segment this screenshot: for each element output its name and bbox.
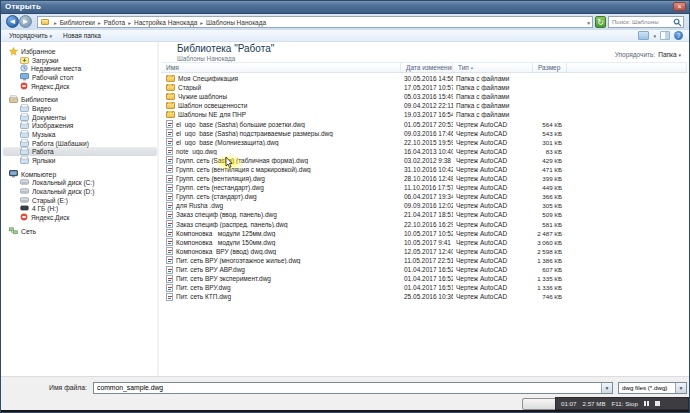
file-name: Пит. сеть ВРУ.dwg (176, 284, 231, 291)
views-dropdown-icon[interactable]: ▾ (653, 33, 656, 39)
file-type: Папка с файлами (453, 102, 533, 109)
sidebar-item[interactable]: Рабочий стол (3, 73, 157, 82)
file-row[interactable]: Пит. сеть ВРУ эксперимент.dwg01.04.2017 … (161, 274, 687, 283)
file-date: 10.05.2017 10:52 (401, 230, 453, 237)
change-view-button[interactable] (638, 31, 649, 40)
star-icon (9, 47, 18, 57)
filetype-select[interactable]: dwg files (*.dwg) ▼ (618, 382, 687, 394)
column-header-1[interactable]: Дата изменения (401, 63, 453, 72)
dwg-file-icon (166, 256, 173, 264)
sidebar-item[interactable]: Яндекс.Диск (3, 82, 157, 91)
breadcrumb[interactable]: ▸Библиотеки▸Работа▸Настройка Нанокада▸Ша… (37, 16, 593, 28)
file-row[interactable]: el_ugo_base (Молниезащита).dwg22.10.2015… (161, 138, 687, 147)
file-row[interactable]: Заказ специф (ввод. панель).dwg21.04.201… (161, 210, 687, 219)
breadcrumb-segment[interactable]: Настройка Нанокада (134, 19, 197, 26)
column-header-0[interactable]: Имя (161, 63, 401, 72)
sidebar-section-Библиотеки[interactable]: Библиотеки (3, 95, 157, 104)
sidebar-item[interactable]: Работа (3, 147, 157, 156)
dwg-file-icon (166, 193, 173, 201)
file-row[interactable]: Пит. сеть КТП.dwg25.05.2016 10:36Чертеж … (161, 292, 687, 301)
sidebar-item[interactable]: Музыка (3, 130, 157, 139)
file-row[interactable]: Шаблон освещенности09.04.2012 22:11Папка… (161, 101, 687, 110)
filetype-dropdown-icon[interactable]: ▼ (675, 383, 686, 393)
file-type: Чертеж AutoCAD (453, 211, 533, 218)
file-row[interactable]: Групп. сеть (вентиляция с маркировкой).d… (161, 165, 687, 174)
file-row[interactable]: для Rusha .dwg09.09.2016 12:02Чертеж Aut… (161, 201, 687, 210)
sidebar-section-Сеть[interactable]: Сеть (3, 227, 157, 236)
file-row[interactable]: Пит. сеть ВРУ АВР.dwg01.04.2017 16:52Чер… (161, 265, 687, 274)
file-row[interactable]: el_ugo_base (Sasha) большие розетки.dwg0… (161, 119, 687, 128)
file-row[interactable]: Компоновка_ модули 125мм.dwg10.05.2017 1… (161, 229, 687, 238)
forward-button[interactable]: ► (19, 15, 32, 28)
sidebar-item[interactable]: Ярлыки (3, 156, 157, 165)
file-row[interactable]: Компоновка_ВРУ (ввод) dwg.dwg12.05.2017 … (161, 247, 687, 256)
sidebar-item-label: Работа (32, 148, 54, 155)
breadcrumb-segment[interactable]: Шаблоны Нанокада (206, 19, 266, 26)
pane-splitter[interactable] (157, 42, 159, 376)
pause-icon[interactable] (644, 401, 649, 406)
sidebar-item[interactable]: Видео (3, 104, 157, 113)
sidebar-item[interactable]: Локальный диск (C:) (3, 179, 157, 188)
sidebar-item[interactable]: Работа (Шабашки) (3, 139, 157, 148)
file-date: 01.04.2017 16:52 (401, 275, 453, 282)
file-row[interactable]: Заказ специф (распред. панель).dwg22.10.… (161, 220, 687, 229)
sidebar-item-label: Яндекс.Диск (31, 83, 69, 90)
file-row[interactable]: Групп. сеть (нестандарт).dwg11.10.2016 1… (161, 183, 687, 192)
column-header-3[interactable]: Размер (533, 63, 567, 72)
file-row[interactable]: Групп. сеть (стандарт).dwg06.04.2017 19:… (161, 192, 687, 201)
file-row[interactable]: el_ugo_base (Sasha) подстраиваемые разме… (161, 129, 687, 138)
file-row[interactable]: Старый17.05.2017 10:57Папка с файлами (161, 83, 687, 92)
refresh-button[interactable]: ↻ (595, 16, 606, 28)
sidebar-item[interactable]: Яндекс.Диск (3, 213, 157, 222)
sidebar-section-Избранное[interactable]: Избранное (3, 47, 157, 56)
file-row[interactable]: Чужие шаблоны05.03.2016 15:49Папка с фай… (161, 92, 687, 101)
close-icon[interactable]: × (673, 2, 686, 11)
file-name: el_ugo_base (Sasha) подстраиваемые разме… (176, 130, 333, 137)
dwg-file-icon (166, 275, 173, 283)
preview-pane-button[interactable] (660, 31, 670, 40)
dwg-file-icon (166, 229, 173, 237)
new-folder-button[interactable]: Новая папка (63, 32, 101, 39)
sidebar-item-label: Изображения (32, 122, 73, 129)
arrange-by-control[interactable]: Упорядочить:Папка ▾ (615, 51, 681, 58)
help-icon[interactable]: ? (674, 31, 683, 40)
address-bar-row: ◄ ► ▸Библиотеки▸Работа▸Настройка Нанокад… (1, 14, 689, 30)
file-row[interactable]: Групп. сеть (вентиляция).dwg28.10.2016 1… (161, 174, 687, 183)
filename-dropdown-icon[interactable]: ▼ (601, 383, 612, 393)
file-row[interactable]: Шаблоны NE для ПНР19.03.2017 16:54Папка … (161, 110, 687, 119)
sidebar-item[interactable]: Старый (E:) (3, 196, 157, 205)
column-header-2[interactable]: Тип▴ (453, 63, 533, 72)
dwg-file-icon (166, 293, 173, 301)
breadcrumb-segment[interactable]: Работа (104, 19, 125, 26)
sidebar-item[interactable]: Документы (3, 113, 157, 122)
file-row[interactable]: note_ugo.dwg16.04.2013 10:40Чертеж AutoC… (161, 147, 687, 156)
folder-icon (41, 19, 49, 25)
file-type: Чертеж AutoCAD (453, 239, 533, 246)
back-button[interactable]: ◄ (6, 15, 19, 28)
titlebar: Открыть × (1, 1, 689, 14)
dwg-file-icon (166, 156, 173, 164)
organize-menu-button[interactable]: Упорядочить ▾ (9, 32, 52, 39)
file-size: 564 КБ (533, 121, 567, 128)
file-row[interactable]: Пит. сеть ВРУ.dwg01.04.2017 16:51Чертеж … (161, 283, 687, 292)
file-size: 429 КБ (533, 157, 567, 164)
file-row[interactable]: Моя Спецификация30.05.2016 14:56Папка с … (161, 74, 687, 83)
filename-label: Имя файла: (49, 384, 87, 391)
sidebar-item[interactable]: 4 ГБ (H:) (3, 204, 157, 213)
file-row[interactable]: Компоновка_ модули 150мм.dwg10.05.2017 9… (161, 238, 687, 247)
sidebar-item[interactable]: Изображения (3, 122, 157, 131)
filename-input[interactable]: common_sample.dwg ▼ (93, 382, 613, 394)
search-input[interactable]: Поиск: Шаблоны Нанокада (608, 16, 684, 28)
file-name: Моя Спецификация (178, 75, 238, 82)
breadcrumb-separator-icon: ▸ (200, 20, 203, 26)
sidebar-section-Компьютер[interactable]: Компьютер (3, 170, 157, 179)
file-row[interactable]: Пит. сеть ВРУ (многоэтажное жилье).dwg11… (161, 256, 687, 265)
stop-icon[interactable] (655, 401, 660, 406)
sidebar-item[interactable]: Локальный диск (D:) (3, 187, 157, 196)
breadcrumb-dropdown-icon[interactable]: ▾ (587, 17, 590, 28)
sidebar-item[interactable]: Загрузки (3, 56, 157, 65)
file-date: 09.09.2016 12:02 (401, 202, 453, 209)
breadcrumb-segment[interactable]: Библиотеки (60, 19, 95, 26)
sidebar-item[interactable]: Недавние места (3, 65, 157, 74)
file-row[interactable]: Групп. сеть (Sasha) (табличная форма).dw… (161, 156, 687, 165)
